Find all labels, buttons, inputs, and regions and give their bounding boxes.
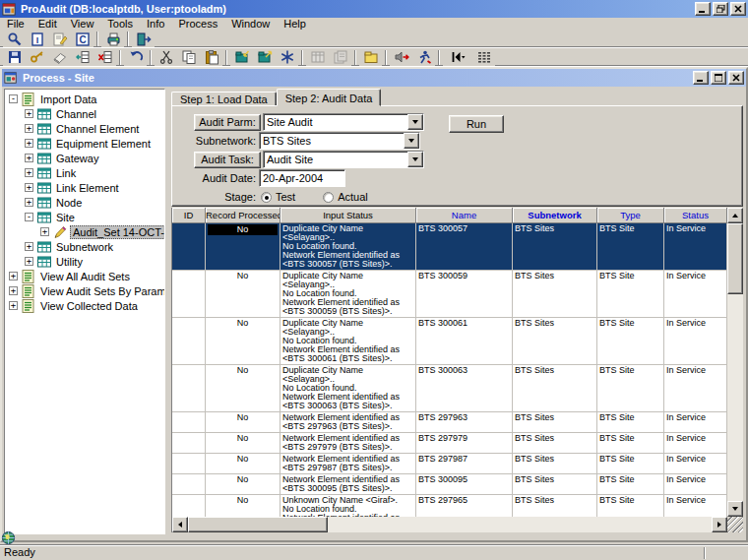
- tree-item-view-collected-data[interactable]: +View Collected Data: [5, 298, 164, 313]
- column-header-input-status[interactable]: Input Status: [280, 208, 416, 223]
- expand-icon[interactable]: +: [40, 227, 49, 236]
- collapse-icon[interactable]: -: [25, 213, 33, 221]
- tree-item-utility[interactable]: +Utility: [5, 254, 164, 269]
- audit-parm-button[interactable]: Audit Parm:: [194, 114, 261, 131]
- table-row[interactable]: NoNetwork Element identified as <BTS 300…: [172, 474, 742, 495]
- stage-actual-radio[interactable]: [323, 192, 334, 203]
- audit-edit-icon[interactable]: [48, 31, 71, 47]
- component-icon[interactable]: C: [71, 31, 94, 47]
- expand-icon[interactable]: +: [25, 139, 33, 148]
- close-button[interactable]: [730, 2, 746, 16]
- eraser-icon[interactable]: [48, 49, 71, 66]
- snowflake-icon[interactable]: [276, 49, 298, 66]
- subnetwork-combo[interactable]: BTS Sites: [259, 132, 420, 150]
- restore-button[interactable]: [713, 2, 728, 16]
- save-icon[interactable]: [3, 49, 26, 66]
- table-row[interactable]: NoNetwork Element identified as <BTS 297…: [172, 454, 742, 474]
- scroll-left-button[interactable]: [172, 517, 188, 532]
- tree-item-channel[interactable]: +Channel: [5, 106, 164, 121]
- tree-item-gateway[interactable]: +Gateway: [5, 151, 164, 165]
- expand-icon[interactable]: +: [25, 183, 33, 192]
- column-header-record-processed[interactable]: Record Processed: [206, 208, 280, 223]
- audit-date-field[interactable]: [259, 169, 345, 187]
- tab-step-2-audit-data[interactable]: Step 2: Audit Data: [277, 89, 382, 106]
- table-view-icon[interactable]: [306, 49, 329, 66]
- column-header-subnetwork[interactable]: Subnetwork: [513, 208, 597, 223]
- report-view-icon[interactable]: [329, 49, 351, 66]
- tree-item-channel-element[interactable]: +Channel Element: [5, 121, 164, 136]
- child-maximize-button[interactable]: [711, 71, 726, 85]
- audit-parm-dropdown-icon[interactable]: [407, 114, 423, 130]
- column-header-id[interactable]: ID: [172, 208, 206, 223]
- tree-item-node[interactable]: +Node: [5, 195, 164, 210]
- printer-icon[interactable]: [101, 31, 124, 47]
- expand-icon[interactable]: +: [25, 168, 33, 177]
- expand-icon[interactable]: +: [25, 198, 33, 207]
- menu-window[interactable]: Window: [224, 18, 277, 31]
- menu-help[interactable]: Help: [277, 18, 313, 31]
- tree-item-audit-set-14-oct-03[interactable]: +Audit_Set 14-OCT-03: [5, 224, 164, 239]
- expand-icon[interactable]: +: [25, 257, 33, 266]
- menu-info[interactable]: Info: [140, 18, 171, 31]
- folder-export-icon[interactable]: [253, 49, 276, 66]
- column-header-name[interactable]: Name: [416, 208, 513, 223]
- permissions-key-icon[interactable]: [26, 49, 48, 66]
- child-minimize-button[interactable]: [693, 71, 709, 85]
- search-icon[interactable]: [3, 31, 26, 47]
- row-delete-icon[interactable]: [94, 49, 116, 66]
- run-button[interactable]: Run: [449, 115, 504, 133]
- audit-parm-combo[interactable]: Site Audit: [263, 113, 424, 131]
- expand-icon[interactable]: +: [9, 286, 18, 295]
- tree-item-link-element[interactable]: +Link Element: [5, 180, 164, 195]
- collapse-icon[interactable]: -: [9, 94, 18, 103]
- menu-view[interactable]: View: [64, 18, 101, 31]
- menu-process[interactable]: Process: [171, 18, 224, 31]
- expand-icon[interactable]: +: [25, 242, 33, 251]
- paste-icon[interactable]: [200, 49, 222, 66]
- expand-icon[interactable]: +: [25, 154, 33, 162]
- column-header-type[interactable]: Type: [597, 208, 664, 223]
- audit-task-dropdown-icon[interactable]: [407, 152, 423, 167]
- audit-task-combo[interactable]: Audit Site: [263, 151, 424, 168]
- table-row[interactable]: NoNetwork Element identified as <BTS 297…: [172, 433, 742, 454]
- expand-icon[interactable]: +: [9, 301, 18, 310]
- table-row[interactable]: NoNetwork Element identified as <BTS 297…: [172, 412, 742, 433]
- folder-icon[interactable]: [359, 49, 382, 66]
- undo-icon[interactable]: [124, 49, 147, 66]
- tab-step-1-load-data[interactable]: Step 1: Load Data: [171, 92, 277, 106]
- tree-item-view-audit-sets-by-parameters[interactable]: +View Audit Sets By Parameters: [5, 283, 164, 298]
- cut-icon[interactable]: [155, 49, 177, 66]
- tree-item-subnetwork[interactable]: +Subnetwork: [5, 239, 164, 254]
- nav-first-icon[interactable]: [443, 49, 472, 66]
- table-row[interactable]: NoDuplicate City Name <Selayang>.. No Lo…: [172, 223, 742, 271]
- scroll-right-button[interactable]: [712, 517, 727, 532]
- menu-file[interactable]: File: [0, 18, 31, 31]
- exit-door-icon[interactable]: [132, 31, 155, 47]
- report-icon[interactable]: I: [26, 31, 48, 47]
- copy-icon[interactable]: [177, 49, 200, 66]
- scroll-up-button[interactable]: [727, 208, 743, 223]
- table-row[interactable]: NoUnknown City Name <Giraf>. No Location…: [172, 495, 742, 517]
- stage-test-radio[interactable]: [261, 192, 272, 203]
- process-run-icon[interactable]: [412, 49, 435, 66]
- tree-item-site[interactable]: -Site: [5, 210, 164, 224]
- table-row[interactable]: NoDuplicate City Name <Selayang>.. No Lo…: [172, 271, 742, 318]
- audit-task-button[interactable]: Audit Task:: [194, 152, 261, 168]
- expand-icon[interactable]: +: [25, 109, 33, 118]
- menu-tools[interactable]: Tools: [100, 18, 140, 31]
- tree-item-view-all-audit-sets[interactable]: +View All Audit Sets: [5, 269, 164, 283]
- minimize-button[interactable]: [695, 2, 711, 16]
- table-row[interactable]: NoDuplicate City Name <Selayang>.. No Lo…: [172, 318, 742, 365]
- speaker-exit-icon[interactable]: [390, 49, 412, 66]
- horizontal-scroll-thumb[interactable]: [188, 517, 328, 532]
- expand-icon[interactable]: +: [9, 272, 18, 280]
- scroll-down-button[interactable]: [727, 501, 743, 517]
- row-insert-icon[interactable]: [71, 49, 94, 66]
- horizontal-scrollbar[interactable]: [172, 517, 743, 532]
- child-close-button[interactable]: [728, 71, 744, 85]
- tree-item-link[interactable]: +Link: [5, 165, 164, 180]
- expand-icon[interactable]: +: [25, 124, 33, 133]
- resize-grip[interactable]: [727, 517, 743, 532]
- table-row[interactable]: NoDuplicate City Name <Selayang>.. No Lo…: [172, 365, 742, 412]
- column-header-status[interactable]: Status: [664, 208, 727, 223]
